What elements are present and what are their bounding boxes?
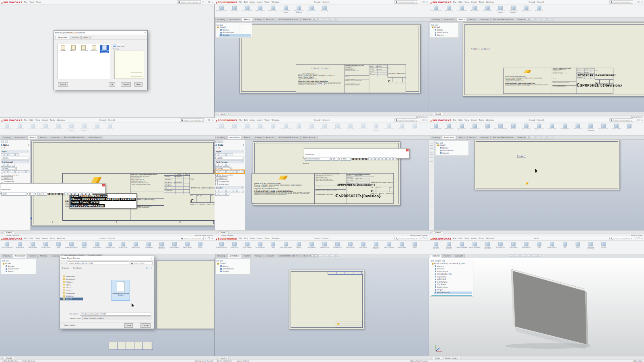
zoom-fit-icon[interactable] xyxy=(311,254,314,257)
style-fav-icon[interactable] xyxy=(226,153,229,156)
commandmanager-tab[interactable]: Drawing xyxy=(1,254,12,258)
menu-item[interactable]: Tools xyxy=(479,237,484,240)
close-button[interactable]: × xyxy=(211,1,213,3)
featuremanager-icon[interactable] xyxy=(431,260,434,262)
section-view-icon[interactable] xyxy=(520,254,523,257)
sidebar-folder[interactable]: This PC xyxy=(60,298,83,300)
tree-item[interactable]: Sheet1 xyxy=(219,34,251,37)
search-commands-box[interactable]: Search Commands▾ xyxy=(177,0,200,4)
style-fav-icon[interactable] xyxy=(219,153,222,156)
hide-show-icon[interactable] xyxy=(547,18,550,21)
menu-item[interactable]: View xyxy=(464,237,469,240)
minimize-button[interactable]: – xyxy=(205,237,206,240)
graphics-area[interactable]: ANote? ✓✕ Style <NONE> Text Format 0.00d… xyxy=(215,140,429,230)
cancel-x-icon[interactable]: ✕ xyxy=(4,147,5,149)
description-note[interactable]: $PRPSHEET:{Description} xyxy=(578,73,616,77)
commandmanager-tab[interactable]: Annotation xyxy=(227,136,242,139)
command-button[interactable]: Format Painter xyxy=(254,123,266,130)
view-settings-icon[interactable] xyxy=(551,136,554,139)
command-button[interactable]: Smart Dimension xyxy=(215,5,228,12)
menu-item[interactable]: Insert xyxy=(42,237,48,240)
command-button[interactable]: Model Items xyxy=(443,123,455,130)
hide-show-icon[interactable] xyxy=(547,136,550,139)
menu-item[interactable]: View xyxy=(29,1,34,3)
command-button[interactable]: Surface Finish xyxy=(331,242,344,248)
format-button[interactable]: A xyxy=(352,157,355,161)
sidebar-folder[interactable]: SolidWorks xyxy=(60,292,83,295)
previous-view-icon[interactable] xyxy=(318,18,321,21)
menu-item[interactable]: View xyxy=(35,237,40,240)
menu-item[interactable]: Insert xyxy=(471,237,477,240)
tree-item[interactable]: Sheet1 xyxy=(219,271,250,273)
template-item[interactable]: Lesson1Dra... xyxy=(89,45,99,52)
menu-item[interactable]: Edit xyxy=(458,1,462,3)
command-button[interactable]: Offset Entities xyxy=(254,5,266,12)
command-button[interactable]: Weld Symbol xyxy=(344,123,357,130)
command-button[interactable]: Spell Checker xyxy=(456,123,468,130)
align-right-icon[interactable] xyxy=(8,164,11,167)
style-fav-icon[interactable] xyxy=(215,153,219,156)
command-button[interactable]: Blocks xyxy=(623,123,636,130)
graphics-area[interactable]: Part1 (Default) <<Default>_Disp...Histor… xyxy=(429,258,644,356)
menu-item[interactable]: Edit xyxy=(458,119,462,121)
style-fav-icon[interactable] xyxy=(12,153,15,156)
commandmanager-tab[interactable]: Sketch xyxy=(27,254,37,258)
small-icons-view-icon[interactable] xyxy=(117,44,120,47)
insert-shape-icon[interactable] xyxy=(230,170,233,173)
dialog-tab[interactable]: Templates xyxy=(56,36,69,39)
description-note[interactable]: $PRPSHEET:{Description} xyxy=(337,183,375,186)
template-item-selected[interactable]: Introdrawing template 2 xyxy=(100,45,109,53)
menu-item[interactable]: Insert xyxy=(471,1,477,3)
command-button[interactable]: Spell Checker xyxy=(241,242,254,248)
menu-item[interactable]: File xyxy=(453,237,456,240)
commandmanager-tab[interactable]: SOLIDWORKS Add-Ins xyxy=(277,254,301,258)
sidebar-folder[interactable]: OneDrive xyxy=(60,295,83,298)
menu-item[interactable]: File xyxy=(24,119,27,121)
commandmanager-tab[interactable]: Sketch xyxy=(442,254,452,258)
search-commands-box[interactable]: Search Commands▾ xyxy=(394,118,418,122)
command-button[interactable]: Spell Checker xyxy=(27,242,39,248)
menu-item[interactable]: Edit xyxy=(29,237,33,240)
style-fav-icon[interactable] xyxy=(4,153,8,156)
section-view-icon[interactable] xyxy=(537,18,539,21)
menu-item[interactable]: Window xyxy=(271,237,279,240)
add-symbol-icon[interactable] xyxy=(8,170,11,173)
menu-item[interactable]: Window xyxy=(486,1,494,3)
restore-button[interactable]: ❐ xyxy=(637,1,639,3)
link-property-icon[interactable] xyxy=(4,170,8,173)
command-button[interactable]: Shell xyxy=(572,242,584,248)
command-button[interactable]: Datum Feature xyxy=(383,242,395,248)
help-icon[interactable]: ? xyxy=(202,1,204,3)
propertymanager-tab-icon[interactable] xyxy=(219,141,223,143)
drawing-sheet[interactable] xyxy=(474,140,620,190)
leader-style-icon[interactable] xyxy=(226,190,229,192)
featuremanager-icon[interactable] xyxy=(431,24,434,26)
menu-item[interactable]: Tools xyxy=(479,119,484,121)
command-button[interactable]: Curves xyxy=(597,242,610,248)
menu-item[interactable]: Window xyxy=(57,237,65,240)
command-button[interactable]: Datum Target xyxy=(610,123,623,130)
outdent-icon[interactable] xyxy=(90,192,93,195)
leader-style-icon[interactable] xyxy=(230,190,233,192)
minimize-button[interactable]: – xyxy=(205,1,206,3)
lock-note-icon[interactable] xyxy=(226,170,229,173)
extruded-plate-model[interactable] xyxy=(497,261,590,349)
tree-item[interactable]: Boss-Extrude1 xyxy=(434,292,472,294)
minimize-button[interactable]: – xyxy=(205,119,206,121)
close-button[interactable]: × xyxy=(211,119,213,121)
command-button[interactable]: Linear Note Pattern xyxy=(280,242,292,248)
commandmanager-tab[interactable]: Annotation xyxy=(227,254,242,258)
command-button[interactable]: Model Items xyxy=(14,242,26,248)
behind-sheet-checkbox[interactable]: Behind sheet xyxy=(215,183,244,185)
style-section[interactable]: Style xyxy=(1,150,29,153)
command-button[interactable]: Revolved Boss/Base xyxy=(443,242,455,250)
commandmanager-tab[interactable]: Sketch xyxy=(456,136,466,139)
style-fav-icon[interactable] xyxy=(8,153,11,156)
command-button[interactable]: Auto Balloon xyxy=(305,242,318,248)
graphics-area[interactable]: Draw2BlocksAnnotationsSheet1 YOUR LOGO Y… xyxy=(429,22,644,112)
commandmanager-tab[interactable]: Sketch xyxy=(242,18,252,21)
commandmanager-tab[interactable]: Sheet Format xyxy=(301,136,318,139)
command-button[interactable]: Format Painter xyxy=(469,123,481,130)
zoom-fit-icon[interactable] xyxy=(526,136,528,139)
tree-item[interactable]: Sheet1 xyxy=(5,271,35,273)
